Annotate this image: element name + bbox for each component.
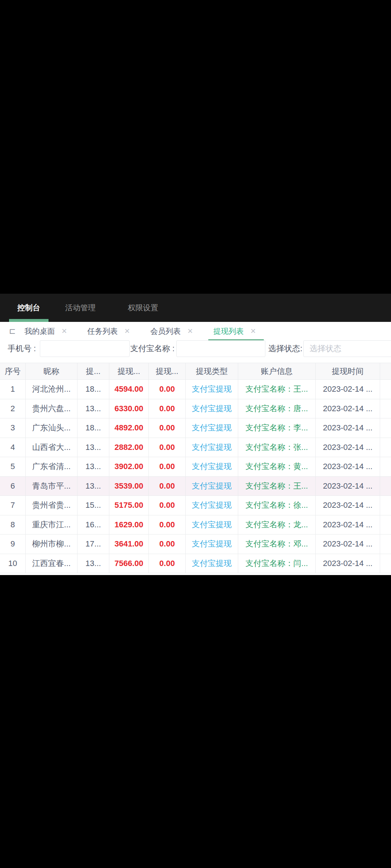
cell-phone: 13... (77, 554, 109, 573)
table-header-row: 序号 昵称 提... 提现... 提现... 提现类型 账户信息 提现时间 (0, 363, 391, 380)
cell-account: 支付宝名称：唐... (238, 399, 316, 418)
nav-item-label: 控制台 (17, 303, 40, 313)
cell-type: 支付宝提现 (186, 438, 238, 457)
nav-item-label: 活动管理 (65, 303, 96, 313)
cell-type: 支付宝提现 (186, 554, 238, 573)
cell-amount: 3641.00 (109, 535, 149, 554)
phone-filter-label: 手机号 : (8, 340, 36, 357)
cell-extra (380, 438, 391, 457)
cell-account: 支付宝名称：龙... (238, 515, 316, 535)
cell-time: 2023-02-14 ... (316, 438, 380, 457)
cell-type: 支付宝提现 (186, 418, 238, 438)
cell-nickname: 江西宜春... (26, 554, 77, 573)
withdrawal-table: 序号 昵称 提... 提现... 提现... 提现类型 账户信息 提现时间 1 … (0, 363, 391, 573)
cell-seq: 3 (0, 418, 26, 438)
cell-extra (380, 457, 391, 476)
close-icon[interactable]: ✕ (61, 327, 67, 335)
cell-type: 支付宝提现 (186, 380, 238, 399)
tab-my-desktop[interactable]: 我的桌面 ✕ (19, 322, 72, 340)
table-row[interactable]: 5 广东省清... 13... 3902.00 0.00 支付宝提现 支付宝名称… (0, 457, 391, 477)
cell-type: 支付宝提现 (186, 399, 238, 418)
cell-fee: 0.00 (149, 477, 186, 496)
cell-extra (380, 418, 391, 438)
cell-nickname: 贵州六盘... (26, 399, 77, 418)
alipay-name-filter-label: 支付宝名称 : (130, 340, 175, 357)
cell-account: 支付宝名称：黄... (238, 457, 316, 476)
table-row[interactable]: 3 广东汕头... 18... 4892.00 0.00 支付宝提现 支付宝名称… (0, 418, 391, 438)
header-nickname: 昵称 (26, 363, 77, 379)
cell-extra (380, 399, 391, 418)
cell-nickname: 青岛市平... (26, 477, 77, 496)
cell-type: 支付宝提现 (186, 477, 238, 496)
cell-time: 2023-02-14 ... (316, 554, 380, 573)
cell-fee: 0.00 (149, 399, 186, 418)
cell-fee: 0.00 (149, 380, 186, 399)
nav-item-permission-settings[interactable]: 权限设置 (119, 294, 167, 322)
tab-label: 我的桌面 (24, 326, 55, 336)
cell-seq: 10 (0, 554, 26, 573)
cell-nickname: 柳州市柳... (26, 535, 77, 554)
cell-seq: 6 (0, 477, 26, 496)
table-row[interactable]: 10 江西宜春... 13... 7566.00 0.00 支付宝提现 支付宝名… (0, 554, 391, 574)
tab-task-list[interactable]: 任务列表 ✕ (82, 322, 135, 340)
nav-item-activity-management[interactable]: 活动管理 (57, 294, 104, 322)
cell-type: 支付宝提现 (186, 457, 238, 476)
cell-seq: 5 (0, 457, 26, 476)
cell-amount: 1629.00 (109, 515, 149, 535)
close-icon[interactable]: ✕ (187, 327, 193, 335)
tab-withdrawal-list[interactable]: 提现列表 ✕ (208, 322, 261, 340)
phone-filter-input[interactable] (40, 340, 130, 357)
cell-nickname: 广东汕头... (26, 418, 77, 438)
cell-type: 支付宝提现 (186, 535, 238, 554)
cell-time: 2023-02-14 ... (316, 418, 380, 438)
table-row[interactable]: 8 重庆市江... 16... 1629.00 0.00 支付宝提现 支付宝名称… (0, 515, 391, 535)
status-select-placeholder: 选择状态 (310, 343, 341, 354)
tabs-collapse-icon[interactable]: ⊏ (9, 327, 16, 335)
cell-phone: 13... (77, 399, 109, 418)
cell-nickname: 广东省清... (26, 457, 77, 476)
table-row[interactable]: 2 贵州六盘... 13... 6330.00 0.00 支付宝提现 支付宝名称… (0, 399, 391, 419)
cell-nickname: 重庆市江... (26, 515, 77, 535)
cell-time: 2023-02-14 ... (316, 515, 380, 535)
header-type: 提现类型 (186, 363, 238, 379)
cell-seq: 8 (0, 515, 26, 535)
table-row[interactable]: 9 柳州市柳... 17... 3641.00 0.00 支付宝提现 支付宝名称… (0, 535, 391, 554)
table-row[interactable]: 1 河北沧州... 18... 4594.00 0.00 支付宝提现 支付宝名称… (0, 380, 391, 399)
header-extra (380, 363, 391, 379)
table-row[interactable]: 4 山西省大... 13... 2882.00 0.00 支付宝提现 支付宝名称… (0, 438, 391, 458)
cell-extra (380, 496, 391, 515)
cell-seq: 4 (0, 438, 26, 457)
cell-account: 支付宝名称：闫... (238, 554, 316, 573)
cell-account: 支付宝名称：张... (238, 438, 316, 457)
cell-amount: 2882.00 (109, 438, 149, 457)
top-navbar: 控制台 活动管理 权限设置 (0, 294, 391, 322)
cell-extra (380, 515, 391, 535)
cell-nickname: 贵州省贵... (26, 496, 77, 515)
cell-amount: 6330.00 (109, 399, 149, 418)
cell-phone: 13... (77, 457, 109, 476)
nav-item-console[interactable]: 控制台 (9, 294, 49, 322)
tab-label: 任务列表 (87, 326, 118, 336)
table-row[interactable]: 7 贵州省贵... 15... 5175.00 0.00 支付宝提现 支付宝名称… (0, 496, 391, 515)
close-icon[interactable]: ✕ (250, 327, 256, 335)
cell-seq: 1 (0, 380, 26, 399)
status-filter-select[interactable]: 选择状态 (303, 340, 391, 357)
admin-app-window: 控制台 活动管理 权限设置 ⊏ 我的桌面 ✕ 任务列表 ✕ 会员列表 ✕ (0, 294, 391, 575)
table-row[interactable]: 6 青岛市平... 13... 3539.00 0.00 支付宝提现 支付宝名称… (0, 477, 391, 496)
cell-account: 支付宝名称：王... (238, 380, 316, 399)
cell-seq: 2 (0, 399, 26, 418)
tab-label: 会员列表 (150, 326, 181, 336)
cell-fee: 0.00 (149, 554, 186, 573)
cell-time: 2023-02-14 ... (316, 535, 380, 554)
cell-seq: 7 (0, 496, 26, 515)
cell-nickname: 河北沧州... (26, 380, 77, 399)
alipay-name-filter-input[interactable] (176, 340, 265, 357)
cell-phone: 15... (77, 496, 109, 515)
cell-phone: 18... (77, 380, 109, 399)
cell-time: 2023-02-14 ... (316, 457, 380, 476)
tab-member-list[interactable]: 会员列表 ✕ (145, 322, 198, 340)
status-filter-label: 选择状态: (268, 340, 302, 357)
close-icon[interactable]: ✕ (124, 327, 130, 335)
cell-extra (380, 554, 391, 573)
cell-extra (380, 535, 391, 554)
